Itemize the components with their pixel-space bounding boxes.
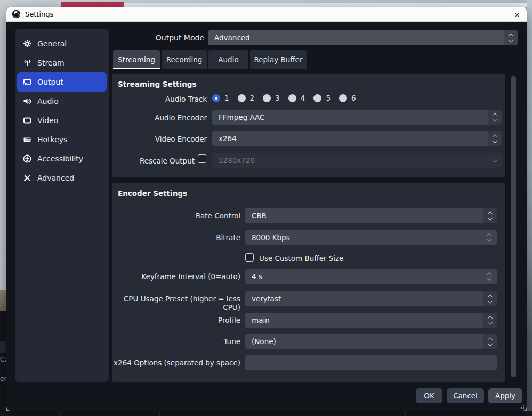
tune-select[interactable]: (None): [245, 334, 497, 349]
radio-track-3[interactable]: [263, 94, 271, 102]
encoder-settings-header: Encoder Settings: [118, 189, 187, 198]
stream-icon: [23, 59, 31, 67]
output-mode-label: Output Mode: [113, 34, 204, 42]
bitrate-label: Bitrate: [112, 233, 240, 242]
chevron-updown-icon: [488, 131, 502, 146]
close-icon[interactable]: [512, 10, 521, 19]
sidebar-item-accessibility[interactable]: Accessibility: [17, 149, 107, 168]
keyframe-interval-label: Keyframe Interval (0=auto): [112, 272, 240, 281]
speaker-icon: [23, 97, 31, 105]
spinner-arrows-icon[interactable]: [481, 269, 497, 284]
tune-label: Tune: [112, 337, 240, 346]
custom-buffer-label: Use Custom Buffer Size: [259, 254, 344, 263]
profile-value: main: [252, 316, 270, 324]
divider: [59, 411, 60, 416]
sidebar-item-label: General: [37, 39, 67, 48]
rescale-output-label: Rescale Output: [112, 157, 195, 165]
rescale-output-checkbox[interactable]: [198, 154, 206, 163]
chevron-updown-icon: [504, 30, 518, 45]
resize-grip[interactable]: [519, 403, 524, 409]
sidebar-item-audio[interactable]: Audio: [17, 92, 107, 111]
keyframe-interval-value: 4 s: [252, 272, 262, 281]
spinner-arrows-icon[interactable]: [481, 230, 497, 245]
radio-label: 5: [326, 94, 331, 102]
chevron-updown-icon: [483, 313, 497, 328]
profile-select[interactable]: main: [245, 313, 497, 328]
tab-label: Audio: [218, 55, 238, 64]
sidebar-item-label: Audio: [37, 97, 59, 105]
ok-button[interactable]: OK: [416, 388, 442, 403]
divider: [159, 411, 160, 416]
x264-options-input[interactable]: [245, 355, 497, 370]
background-text-fragment: Ca: [0, 356, 6, 363]
sidebar-item-output[interactable]: Output: [17, 72, 107, 92]
cpu-preset-value: veryfast: [252, 295, 281, 303]
audio-track-label: Audio Track: [112, 95, 207, 103]
tab-replay-buffer[interactable]: Replay Buffer: [250, 50, 307, 69]
tools-icon: [23, 174, 31, 182]
chevron-updown-icon: [483, 334, 497, 349]
encoder-settings-panel: Encoder Settings Rate Control CBR Bitrat…: [112, 183, 505, 382]
audio-encoder-label: Audio Encoder: [112, 113, 207, 122]
sidebar-item-label: Video: [37, 116, 58, 125]
audio-encoder-value: FFmpeg AAC: [219, 113, 264, 121]
background-window-edge: [61, 3, 527, 7]
radio-label: 6: [351, 94, 356, 102]
sidebar-item-general[interactable]: General: [17, 34, 107, 53]
radio-track-5[interactable]: [313, 94, 321, 102]
audio-track-radio-group: 1 2 3 4 5 6: [212, 94, 360, 102]
audio-encoder-select[interactable]: FFmpeg AAC: [212, 110, 502, 125]
titlebar[interactable]: Settings: [6, 7, 527, 22]
keyboard-icon: [23, 135, 31, 144]
cpu-preset-label: CPU Usage Preset (higher = less CPU): [112, 295, 240, 312]
background-app-bottom: [0, 411, 532, 416]
background-panel-fragment: [0, 341, 6, 353]
sidebar-item-advanced[interactable]: Advanced: [17, 168, 107, 187]
output-mode-select[interactable]: Advanced: [208, 30, 518, 45]
sidebar-item-label: Advanced: [37, 174, 74, 182]
sidebar-item-hotkeys[interactable]: Hotkeys: [17, 130, 107, 149]
settings-window: Settings General Stream Output Audio Vid…: [6, 7, 527, 411]
tab-recording[interactable]: Recording: [162, 50, 207, 69]
background-red-bar: [61, 2, 124, 7]
output-mode-value: Advanced: [214, 34, 250, 42]
video-encoder-select[interactable]: x264: [212, 131, 502, 146]
radio-label: 3: [275, 94, 280, 102]
profile-label: Profile: [112, 316, 240, 324]
rescale-resolution-select[interactable]: 1280x720: [212, 153, 502, 168]
bitrate-value: 8000 Kbps: [252, 233, 290, 242]
accessibility-icon: [23, 154, 31, 163]
radio-label: 2: [250, 94, 255, 102]
tab-audio[interactable]: Audio: [208, 50, 248, 69]
radio-label: 1: [224, 94, 229, 102]
chevron-updown-icon: [483, 291, 497, 306]
sidebar-item-video[interactable]: Video: [17, 111, 107, 130]
rate-control-select[interactable]: CBR: [245, 208, 497, 223]
window-title: Settings: [25, 10, 53, 18]
x264-options-label: x264 Options (separated by space): [112, 358, 240, 367]
sidebar-item-stream[interactable]: Stream: [17, 53, 107, 72]
vertical-scrollbar[interactable]: [511, 76, 516, 377]
bitrate-spinbox[interactable]: 8000 Kbps: [245, 230, 497, 245]
tab-label: Replay Buffer: [254, 55, 303, 64]
radio-track-2[interactable]: [238, 94, 246, 102]
sidebar-item-label: Output: [37, 78, 63, 86]
radio-track-4[interactable]: [288, 94, 296, 102]
sidebar: General Stream Output Audio Video Hotkey…: [15, 29, 109, 382]
monitor-icon: [23, 116, 31, 125]
tab-label: Streaming: [118, 55, 155, 64]
obs-logo-icon: [12, 10, 21, 19]
rate-control-label: Rate Control: [112, 211, 240, 220]
cpu-preset-select[interactable]: veryfast: [245, 291, 497, 306]
background-photo-fragment: [0, 290, 6, 311]
sidebar-item-label: Stream: [37, 59, 65, 67]
custom-buffer-checkbox[interactable]: [245, 253, 254, 262]
cancel-button[interactable]: Cancel: [447, 388, 484, 403]
desktop-edge: [527, 0, 532, 416]
apply-button[interactable]: Apply: [488, 388, 522, 403]
radio-track-1[interactable]: [212, 94, 220, 102]
sidebar-item-label: Accessibility: [37, 154, 83, 163]
keyframe-interval-spinbox[interactable]: 4 s: [245, 269, 497, 284]
tab-streaming[interactable]: Streaming: [113, 50, 160, 69]
radio-track-6[interactable]: [339, 94, 347, 102]
